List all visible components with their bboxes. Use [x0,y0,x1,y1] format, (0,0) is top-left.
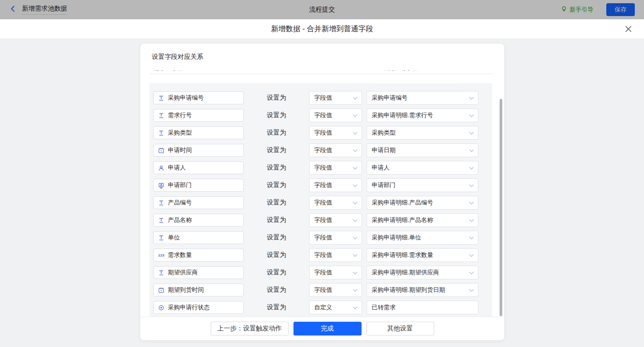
field-mapping-row: 产品名称设置为字段值采购申请明细.产品名称 [150,211,492,229]
number-field-icon: 123 [158,253,165,257]
target-field-text: 采购申请明细.产品名称 [372,216,433,224]
column-header-left: 需求池字段 [154,70,184,72]
lightbulb-icon [561,6,567,14]
set-as-label: 设置为 [267,216,286,224]
svg-text:7: 7 [161,149,162,152]
chevron-down-icon [353,269,357,276]
source-field-chip[interactable]: 单位 [153,231,244,244]
target-field-select[interactable]: 采购申请明细.需求行号 [367,108,478,122]
source-field-chip[interactable]: 期望供应商 [153,266,244,279]
dept-field-icon [158,182,165,188]
source-field-label: 申请时间 [168,146,192,154]
value-mode-select[interactable]: 字段值 [309,213,362,227]
value-mode-select[interactable]: 字段值 [309,143,362,157]
set-as-label: 设置为 [267,111,286,119]
value-mode-select[interactable]: 字段值 [309,266,362,279]
value-mode-select[interactable]: 字段值 [309,126,362,140]
custom-value-input[interactable]: 已转需求 [367,301,478,314]
text-field-icon [158,217,165,223]
field-mapping-row: 采购申请行状态设置为自定义已转需求 [150,299,492,316]
beginner-guide-link[interactable]: 新手引导 [561,6,593,14]
source-field-chip[interactable]: 7申请时间 [153,144,244,157]
value-mode-select[interactable]: 字段值 [309,248,362,262]
chevron-down-icon [469,165,474,171]
chevron-down-icon [353,182,357,189]
save-button[interactable]: 保存 [606,3,635,16]
text-field-icon [158,130,165,136]
target-field-select[interactable]: 申请人 [367,161,478,175]
source-field-chip[interactable]: 申请人 [153,161,244,174]
source-field-label: 产品编号 [168,199,192,207]
target-field-text: 申请人 [372,164,390,172]
source-field-chip[interactable]: 采购申请行状态 [153,301,244,314]
source-field-chip[interactable]: 申请部门 [153,179,244,192]
field-mapping-row: 采购类型设置为字段值采购类型 [150,124,492,142]
chevron-down-icon [353,287,357,294]
chevron-down-icon [469,287,474,294]
source-field-chip[interactable]: 产品编号 [153,196,244,209]
source-field-chip[interactable]: 需求行号 [153,109,244,122]
chevron-down-icon [353,304,357,311]
beginner-guide-label: 新手引导 [569,6,593,14]
close-icon[interactable] [624,24,633,34]
source-field-chip[interactable]: 7期望到货时间 [153,284,244,296]
target-field-select[interactable]: 申请日期 [367,143,478,157]
target-field-select[interactable]: 采购申请编号 [367,91,478,105]
chevron-down-icon [353,95,357,102]
value-mode-text: 字段值 [314,286,332,294]
value-mode-select[interactable]: 字段值 [309,108,362,122]
value-mode-select[interactable]: 字段值 [309,178,362,192]
target-field-text: 采购申请编号 [372,94,408,102]
finish-button[interactable]: 完成 [293,322,362,336]
vertical-scrollbar-thumb[interactable] [500,99,502,316]
column-header-right: 采购申请字段 [382,70,418,72]
target-field-select[interactable]: 采购申请明细.期望供应商 [367,266,478,279]
text-field-icon [158,235,165,241]
field-mapping-row: 123需求数量设置为字段值采购申请明细.需求数量 [150,246,492,264]
text-field-icon [158,200,165,206]
target-field-select[interactable]: 采购申请明细.产品名称 [367,213,478,227]
value-mode-text: 字段值 [314,164,332,172]
target-field-select[interactable]: 采购申请明细.产品编号 [367,196,478,210]
chevron-down-icon [353,165,357,171]
field-mapping-row: 7期望到货时间设置为字段值采购申请明细.期望到货日期 [150,281,492,299]
source-field-chip[interactable]: 123需求数量 [153,249,244,262]
target-field-select[interactable]: 采购类型 [367,126,478,140]
previous-step-button[interactable]: 上一步：设置触发动作 [211,322,289,336]
chevron-down-icon [353,112,357,119]
target-field-select[interactable]: 采购申请明细.单位 [367,231,478,245]
value-mode-select[interactable]: 字段值 [309,196,362,210]
value-mode-select[interactable]: 自定义 [309,301,362,314]
source-field-chip[interactable]: 采购类型 [153,126,244,139]
set-as-label: 设置为 [267,286,286,294]
chevron-down-icon [469,234,474,241]
value-mode-select[interactable]: 字段值 [309,91,362,105]
chevron-down-icon [353,217,357,224]
target-field-select[interactable]: 采购申请明细.期望到货日期 [367,283,478,297]
header-divider [150,74,492,74]
chevron-down-icon [469,199,474,206]
value-mode-text: 字段值 [314,146,332,154]
chevron-down-icon [353,252,357,259]
date-field-icon: 7 [158,148,165,154]
value-mode-text: 字段值 [314,233,332,242]
card-footer: 上一步：设置触发动作 完成 其他设置 [140,317,504,340]
value-mode-select[interactable]: 字段值 [309,231,362,245]
chevron-down-icon [469,95,474,102]
target-field-select[interactable]: 申请部门 [367,178,478,192]
source-field-label: 采购申请行状态 [168,303,210,312]
source-field-label: 产品名称 [168,216,192,224]
target-field-select[interactable]: 采购申请明细.需求数量 [367,248,478,262]
value-mode-select[interactable]: 字段值 [309,161,362,175]
field-mapping-row: 采购申请编号设置为字段值采购申请编号 [150,89,492,107]
other-settings-button[interactable]: 其他设置 [366,322,434,336]
source-field-chip[interactable]: 采购申请编号 [153,91,244,104]
value-mode-select[interactable]: 字段值 [309,283,362,297]
chevron-down-icon [353,199,357,206]
target-field-text: 采购申请明细.产品编号 [372,199,433,207]
page-title: 流程提交 [0,6,644,14]
chevron-down-icon [469,269,474,276]
value-mode-text: 字段值 [314,268,332,277]
field-mapping-row: 申请部门设置为字段值申请部门 [150,176,492,194]
source-field-chip[interactable]: 产品名称 [153,214,244,227]
